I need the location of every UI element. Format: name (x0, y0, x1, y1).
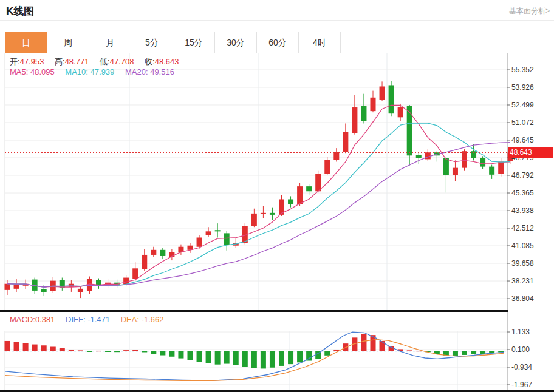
candle (224, 233, 230, 245)
candle (371, 98, 376, 111)
open-label: 开: (10, 57, 20, 66)
candle (206, 231, 211, 235)
high-value: 48.771 (65, 57, 89, 66)
axis-label: -1.967 (511, 380, 532, 389)
candle (489, 167, 494, 175)
candle (361, 106, 366, 121)
candle (380, 86, 385, 100)
candle (333, 152, 339, 160)
macd-bar (178, 351, 183, 359)
macd-bar (160, 351, 165, 356)
macd-bar (132, 350, 138, 351)
close-label: 收: (145, 57, 155, 66)
ohlc-info: 开:47.953 高:48.771 低:47.708 收:48.643 (10, 56, 187, 67)
ma20-line (7, 143, 510, 287)
candle (197, 237, 202, 246)
macd-bar (380, 341, 385, 351)
candle (297, 186, 303, 204)
last-price-tag: 48.643 (508, 147, 553, 158)
candle (343, 132, 348, 152)
macd-bar (462, 351, 467, 355)
candle (425, 152, 431, 159)
ma10-value: 47.939 (91, 67, 115, 76)
macd-bar (123, 350, 129, 351)
ma10-line (7, 123, 510, 287)
macd-bar (242, 351, 248, 367)
macd-bar (197, 351, 202, 362)
macd-bar (261, 351, 266, 369)
diff-label: DIFF: (66, 315, 86, 324)
macd-bar (407, 350, 412, 351)
macd-bar (69, 350, 74, 351)
open-value: 47.953 (20, 57, 44, 66)
axis-label: 0.100 (511, 345, 530, 354)
candle (69, 284, 74, 287)
macd-bar (471, 351, 476, 354)
candle (389, 85, 394, 113)
candle (261, 213, 266, 214)
candle (251, 214, 257, 226)
low-value: 47.708 (110, 57, 134, 66)
axis-label: 53.926 (511, 83, 534, 92)
macd-bar (114, 351, 120, 352)
macd-bar (50, 346, 56, 351)
macd-bar (87, 351, 92, 352)
macd-bar (453, 351, 458, 356)
candle (480, 158, 485, 166)
macd-bar (96, 351, 101, 351)
candle (132, 268, 138, 279)
candle (324, 160, 330, 174)
macd-bar (324, 351, 330, 356)
macd-bar (279, 351, 284, 366)
macd-bar (169, 351, 174, 357)
macd-bar (215, 351, 221, 365)
candle (142, 255, 147, 269)
panel-separator (0, 310, 508, 312)
macd-bar (142, 351, 147, 353)
macd-value: 0.381 (35, 315, 55, 324)
macd-label: MACD: (10, 315, 35, 324)
macd-bar (14, 342, 19, 351)
candle (151, 250, 156, 255)
close-value: 48.643 (155, 57, 179, 66)
macd-bar (41, 345, 47, 351)
ma20-label: MA20: (125, 67, 148, 76)
candle (315, 174, 321, 191)
axis-label: 38.231 (511, 277, 534, 285)
candle (453, 168, 458, 175)
axis-label: 46.792 (511, 171, 534, 180)
macd-bar (188, 351, 193, 360)
main-grid (5, 53, 507, 311)
macd-bar (233, 351, 239, 365)
candle (352, 107, 357, 133)
macd-bar (5, 341, 10, 351)
ma5-label: MA5: (10, 67, 28, 76)
candles (5, 81, 513, 298)
axis-label: 49.645 (511, 136, 534, 144)
macd-histogram (5, 334, 504, 368)
macd-bar (297, 351, 303, 363)
macd-bar (361, 334, 366, 351)
candle (78, 289, 83, 292)
macd-bar (224, 351, 230, 364)
y-axis: 55.35253.92652.49951.07249.64548.21946.7… (507, 53, 534, 390)
candle (462, 151, 467, 167)
ma20-value: 49.516 (150, 67, 174, 76)
macd-bar (32, 345, 38, 351)
diff-value: -1.471 (87, 315, 110, 324)
candle (215, 230, 221, 231)
candle (498, 161, 504, 174)
macd-bar (416, 351, 422, 351)
axis-label: 39.658 (511, 259, 534, 268)
macd-bar (270, 351, 275, 368)
macd-bar (105, 351, 111, 352)
macd-bar (251, 351, 257, 368)
axis-label: 36.804 (511, 294, 534, 303)
macd-bar (151, 351, 156, 354)
axis-label: 42.512 (511, 224, 534, 232)
axis-label: 52.499 (511, 101, 534, 109)
macd-bar (23, 343, 29, 351)
low-label: 低: (100, 57, 110, 66)
candle (398, 107, 403, 117)
ma10-label: MA10: (65, 67, 88, 76)
